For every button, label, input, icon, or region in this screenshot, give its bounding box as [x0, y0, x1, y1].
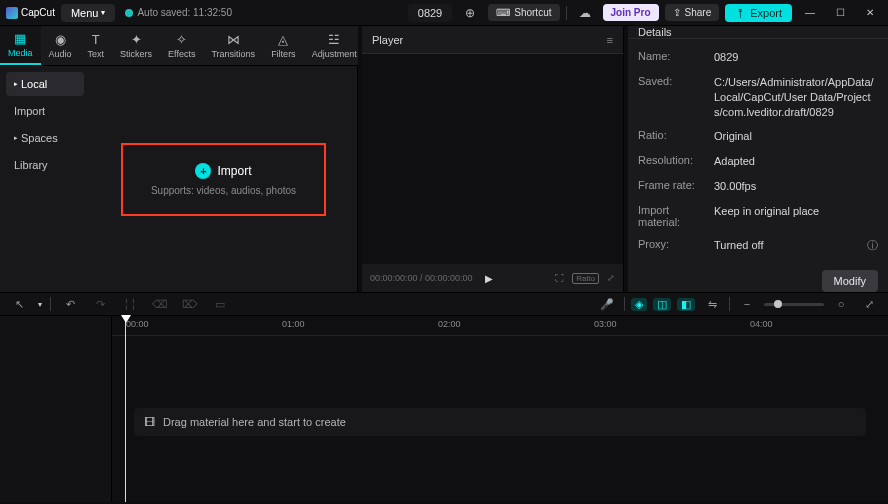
import-label: Import [217, 164, 251, 178]
modify-button[interactable]: Modify [822, 270, 878, 292]
text-icon: T [92, 32, 100, 47]
sidebar-item-local[interactable]: ▸Local [6, 72, 84, 96]
menu-label: Menu [71, 7, 99, 19]
detail-row-resolution: Resolution:Adapted [638, 149, 878, 174]
ruler-tick: 04:00 [750, 319, 773, 329]
share-icon: ⇪ [673, 7, 681, 18]
detail-row-name: Name:0829 [638, 45, 878, 70]
delete-left[interactable]: ⌫ [149, 295, 171, 313]
ruler-tick: 00:00 [126, 319, 149, 329]
effects-icon: ✧ [176, 32, 187, 47]
chevron-down-icon[interactable]: ▾ [38, 300, 42, 309]
zoom-fit-button[interactable]: ⤢ [858, 295, 880, 313]
sidebar-item-library[interactable]: Library [6, 153, 84, 177]
caret-icon: ▸ [14, 80, 18, 88]
undo-button[interactable]: ↶ [59, 295, 81, 313]
tab-stickers[interactable]: ✦Stickers [112, 26, 160, 65]
status-dot-icon [125, 9, 133, 17]
timeline-ruler[interactable]: 00:00 01:00 02:00 03:00 04:00 [112, 316, 888, 336]
player-viewport [362, 54, 623, 264]
tab-transitions[interactable]: ⋈Transitions [203, 26, 263, 65]
zoom-out-button[interactable]: − [736, 295, 758, 313]
export-icon: ⭱ [735, 7, 746, 19]
minimize-button[interactable]: — [798, 3, 822, 23]
import-box: + Import Supports: videos, audios, photo… [121, 143, 326, 216]
share-button[interactable]: ⇪ Share [665, 4, 720, 21]
detail-row-ratio: Ratio:Original [638, 124, 878, 149]
source-tabs: ▦Media ◉Audio TText ✦Stickers ✧Effects ⋈… [0, 26, 358, 66]
filters-icon: ◬ [278, 32, 288, 47]
stickers-icon: ✦ [131, 32, 142, 47]
player-panel: Player ≡ 00:00:00:00 / 00:00:00:00 ▶ ⛶ R… [362, 26, 624, 292]
snap-toggle[interactable]: ◈ [631, 298, 647, 311]
track-parity-icon[interactable]: ⇋ [701, 295, 723, 313]
zoom-thumb[interactable] [774, 300, 782, 308]
shortcut-button[interactable]: ⌨ Shortcut [488, 4, 559, 21]
join-pro-button[interactable]: Join Pro [603, 4, 659, 21]
tab-adjustment[interactable]: ☳Adjustment [304, 26, 365, 65]
details-title: Details [638, 26, 672, 38]
tab-audio[interactable]: ◉Audio [41, 26, 80, 65]
player-title: Player [372, 34, 403, 46]
share-label: Share [685, 7, 712, 18]
film-icon: 🎞 [144, 416, 155, 428]
export-button[interactable]: ⭱ Export [725, 4, 792, 22]
tab-media[interactable]: ▦Media [0, 26, 41, 65]
plus-icon: + [195, 163, 211, 179]
import-hint: Supports: videos, audios, photos [151, 185, 296, 196]
player-timecode: 00:00:00:00 / 00:00:00:00 [370, 273, 473, 283]
menu-button[interactable]: Menu ▾ [61, 4, 116, 22]
detail-row-import: Import material:Keep in original place [638, 199, 878, 233]
zoom-slider[interactable] [764, 303, 824, 306]
tab-filters[interactable]: ◬Filters [263, 26, 304, 65]
split-tool[interactable]: ╎╎ [119, 295, 141, 313]
sidebar-item-import[interactable]: Import [6, 99, 84, 123]
timeline-toolbar: ↖ ▾ ↶ ↷ ╎╎ ⌫ ⌦ ▭ 🎤 ◈ ◫ ◧ ⇋ − ○ ⤢ [0, 292, 888, 316]
sidebar-item-spaces[interactable]: ▸Spaces [6, 126, 84, 150]
info-icon[interactable]: ⓘ [867, 238, 878, 253]
tab-text[interactable]: TText [80, 26, 113, 65]
zoom-in-button[interactable]: ○ [830, 295, 852, 313]
pointer-tool[interactable]: ↖ [8, 295, 30, 313]
adjustment-icon: ☳ [328, 32, 340, 47]
player-menu-icon[interactable]: ≡ [607, 34, 613, 46]
media-drop-area: + Import Supports: videos, audios, photo… [90, 66, 357, 292]
logo-icon [6, 7, 18, 19]
ratio-button[interactable]: Ratio [572, 273, 599, 284]
media-icon: ▦ [14, 31, 26, 46]
ruler-tick: 02:00 [438, 319, 461, 329]
track-placeholder: Drag material here and start to create [163, 416, 346, 428]
details-panel: Details Name:0829 Saved:C:/Users/Adminis… [628, 26, 888, 292]
preview-toggle[interactable]: ◫ [653, 298, 671, 311]
freeze-tool[interactable]: ▭ [209, 295, 231, 313]
app-logo: CapCut [6, 7, 55, 19]
track-headers [0, 316, 112, 502]
autosave-text: Auto saved: 11:32:50 [137, 7, 232, 18]
keyboard-icon: ⌨ [496, 7, 510, 18]
close-button[interactable]: ✕ [858, 3, 882, 23]
delete-right[interactable]: ⌦ [179, 295, 201, 313]
autosave-status: Auto saved: 11:32:50 [125, 7, 232, 18]
shortcut-label: Shortcut [514, 7, 551, 18]
ruler-tick: 03:00 [594, 319, 617, 329]
ruler-tick: 01:00 [282, 319, 305, 329]
playhead-line[interactable] [125, 316, 126, 502]
detail-row-proxy: Proxy:Turned offⓘ [638, 233, 878, 258]
app-name: CapCut [21, 7, 55, 18]
snapshot-icon[interactable]: ⛶ [555, 273, 564, 284]
maximize-button[interactable]: ☐ [828, 3, 852, 23]
tab-effects[interactable]: ✧Effects [160, 26, 203, 65]
zoom-mag-icon[interactable]: ⊕ [458, 3, 482, 23]
play-button[interactable]: ▶ [479, 268, 499, 288]
caret-icon: ▸ [14, 134, 18, 142]
timeline-body[interactable]: 00:00 01:00 02:00 03:00 04:00 🎞 Drag mat… [112, 316, 888, 502]
fullscreen-icon[interactable]: ⤢ [607, 273, 615, 284]
empty-track[interactable]: 🎞 Drag material here and start to create [134, 408, 866, 436]
import-button[interactable]: + Import [195, 163, 251, 179]
link-toggle[interactable]: ◧ [677, 298, 695, 311]
record-voice-icon[interactable]: 🎤 [596, 295, 618, 313]
timeline: 00:00 01:00 02:00 03:00 04:00 🎞 Drag mat… [0, 316, 888, 502]
detail-row-framerate: Frame rate:30.00fps [638, 174, 878, 199]
redo-button[interactable]: ↷ [89, 295, 111, 313]
cloud-icon[interactable]: ☁ [573, 3, 597, 23]
